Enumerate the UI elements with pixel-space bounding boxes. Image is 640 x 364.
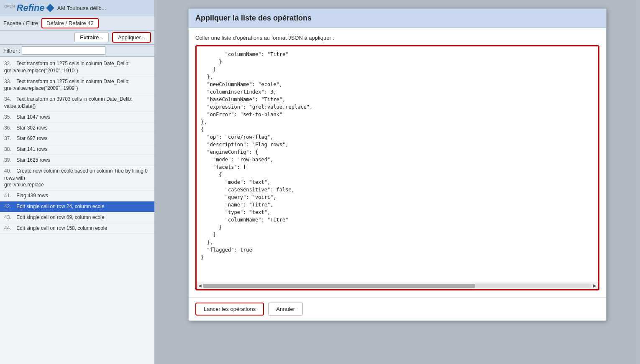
history-item[interactable]: 34. Text transform on 39703 cells in col… — [0, 94, 154, 112]
logo: OPEN Refine — [4, 3, 53, 13]
history-item-text: Text transform on 1275 cells in column D… — [4, 79, 130, 92]
history-item[interactable]: 44. Edit single cell on row 158, column … — [0, 223, 154, 234]
history-item-num: 40. — [4, 168, 15, 175]
history-item-num: 37. — [4, 135, 15, 142]
lancer-button[interactable]: Lancer les opérations — [195, 303, 264, 316]
history-item[interactable]: 35. Star 1047 rows — [0, 112, 154, 123]
extract-apply-row: Extraire... Appliquer... — [0, 31, 154, 45]
scroll-track[interactable] — [203, 284, 591, 288]
history-item-num: 32. — [4, 60, 15, 67]
history-item[interactable]: 42. Edit single cell on row 24, column e… — [0, 201, 154, 212]
modal-dialog: Appliquer la liste des opérations Coller… — [188, 8, 607, 321]
filter-label: Filtrer : — [3, 48, 20, 54]
modal-title: Appliquer la liste des opérations — [189, 9, 606, 28]
toolbar-row: Facette / Filtre Défaire / Refaire 42 — [0, 16, 154, 31]
scroll-thumb — [203, 284, 475, 288]
history-item[interactable]: 41. Flag 439 rows — [0, 191, 154, 201]
history-item[interactable]: 36. Star 302 rows — [0, 123, 154, 134]
modal-footer: Lancer les opérations Annuler — [189, 297, 606, 321]
history-item-num: 42. — [4, 203, 15, 210]
history-item-text: Star 302 rows — [16, 125, 47, 131]
scroll-right-icon[interactable]: ▶ — [593, 283, 596, 288]
history-item-text: Edit single cell on row 158, column ecol… — [16, 225, 107, 231]
history-item[interactable]: 43. Edit single cell on row 69, column e… — [0, 212, 154, 223]
history-item-num: 34. — [4, 96, 15, 103]
history-item[interactable]: 37. Star 697 rows — [0, 133, 154, 144]
history-item-num: 35. — [4, 114, 15, 121]
modal-body: Coller une liste d'opérations au format … — [189, 28, 606, 297]
logo-name: Refine — [17, 3, 45, 13]
history-item-text: Text transform on 1275 cells in column D… — [4, 61, 130, 74]
facette-filter-label: Facette / Filtre — [3, 20, 38, 26]
annuler-button[interactable]: Annuler — [268, 303, 303, 316]
project-title: AM Toulouse délib... — [57, 5, 106, 11]
history-item[interactable]: 40. Create new column ecole based on col… — [0, 166, 154, 191]
json-input[interactable] — [197, 46, 598, 280]
sidebar: OPEN Refine AM Toulouse délib... Facette… — [0, 0, 155, 364]
horizontal-scrollbar[interactable]: ◀ ▶ — [197, 282, 598, 289]
history-item[interactable]: 38. Star 141 rows — [0, 144, 154, 155]
history-item-num: 39. — [4, 157, 15, 164]
history-item-text: Star 1625 rows — [16, 157, 50, 163]
history-item-num: 38. — [4, 146, 15, 153]
modal-description: Coller une liste d'opérations au format … — [195, 35, 599, 41]
history-item-text: Text transform on 39703 cells in column … — [4, 96, 133, 109]
history-item-num: 44. — [4, 225, 15, 232]
history-item-text: Star 141 rows — [16, 146, 47, 152]
history-item-text: Edit single cell on row 24, column ecole — [16, 204, 104, 209]
logo-diamond-icon — [46, 4, 54, 12]
history-list: 32. Text transform on 1275 cells in colu… — [0, 57, 154, 364]
history-item[interactable]: 33. Text transform on 1275 cells in colu… — [0, 76, 154, 94]
logo-open-text: OPEN — [4, 4, 15, 8]
modal-overlay: Appliquer la liste des opérations Coller… — [155, 0, 640, 364]
history-item-num: 41. — [4, 192, 15, 199]
extract-button[interactable]: Extraire... — [74, 33, 109, 42]
history-item-text: Edit single cell on row 69, column ecole — [16, 214, 104, 220]
json-textarea-container: ◀ ▶ — [195, 45, 599, 290]
filter-input[interactable] — [22, 46, 105, 55]
undo-redo-button[interactable]: Défaire / Refaire 42 — [41, 18, 99, 28]
history-item-text: Create new column ecole based on column … — [4, 168, 148, 188]
app-header: OPEN Refine AM Toulouse délib... — [0, 0, 154, 16]
history-item-num: 43. — [4, 214, 15, 221]
history-item[interactable]: 32. Text transform on 1275 cells in colu… — [0, 59, 154, 76]
history-item[interactable]: 39. Star 1625 rows — [0, 155, 154, 166]
history-item-num: 33. — [4, 78, 15, 85]
history-item-num: 36. — [4, 125, 15, 132]
history-item-text: Flag 439 rows — [16, 193, 48, 199]
filter-row: Filtrer : — [0, 45, 154, 57]
scroll-left-icon[interactable]: ◀ — [198, 283, 202, 288]
history-item-text: Star 1047 rows — [16, 114, 50, 120]
history-item-text: Star 697 rows — [16, 135, 47, 141]
apply-button[interactable]: Appliquer... — [112, 32, 151, 43]
